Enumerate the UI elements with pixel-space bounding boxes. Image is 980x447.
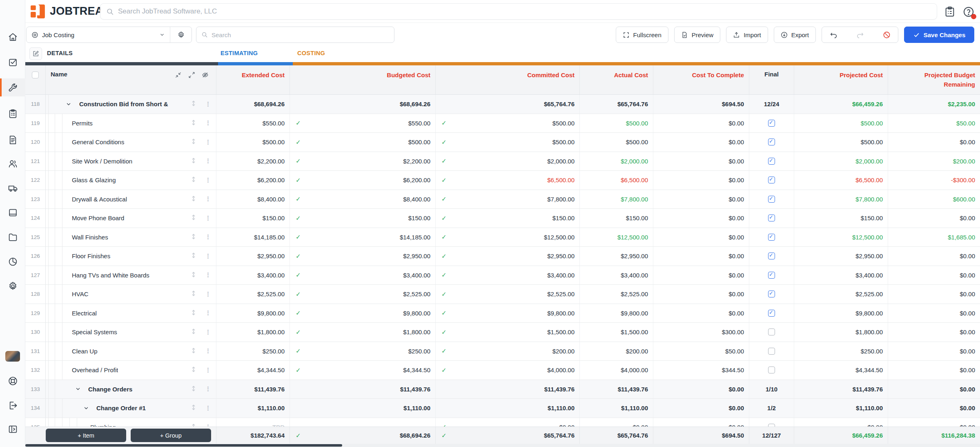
- cell-projected-budget-remaining[interactable]: $0.00: [888, 323, 980, 342]
- row-menu-kebab-icon[interactable]: ⋮: [205, 119, 211, 127]
- cell-cost-to-complete[interactable]: $344.50: [653, 361, 749, 380]
- final-checkbox-checked[interactable]: [768, 234, 775, 241]
- cell-actual-cost[interactable]: $1,500.00: [580, 323, 653, 342]
- cell-name[interactable]: Wall Finishes⋮: [46, 228, 216, 247]
- sidebar-item-users[interactable]: [0, 154, 25, 172]
- sidebar-item-panel[interactable]: [0, 420, 25, 438]
- drag-handle-icon[interactable]: [191, 347, 196, 355]
- cell-cost-to-complete[interactable]: $0.00: [653, 266, 749, 285]
- cell-cost-to-complete[interactable]: $694.50: [653, 95, 749, 114]
- cell-name[interactable]: Move Phone Board⋮: [46, 209, 216, 228]
- row-menu-kebab-icon[interactable]: ⋮: [205, 139, 211, 146]
- cell-extended-cost[interactable]: $9,800.00: [216, 304, 290, 323]
- cell-final[interactable]: [749, 323, 794, 342]
- help-icon[interactable]: [962, 5, 975, 18]
- cell-projected-cost[interactable]: $250.00: [794, 342, 888, 361]
- sidebar-item-wrench[interactable]: [0, 78, 25, 96]
- cell-actual-cost[interactable]: $65,764.76: [580, 95, 653, 114]
- final-checkbox[interactable]: [768, 329, 775, 335]
- drag-handle-icon[interactable]: [191, 100, 196, 108]
- final-checkbox-checked[interactable]: [768, 272, 775, 279]
- drag-handle-icon[interactable]: [191, 328, 196, 336]
- sidebar-item-folder[interactable]: [0, 228, 25, 246]
- cell-committed-cost[interactable]: $1,110.00: [436, 399, 580, 418]
- cell-budgeted-cost[interactable]: ✓$1,800.00: [290, 323, 436, 342]
- cell-actual-cost[interactable]: $4,000.00: [580, 361, 653, 380]
- cell-extended-cost[interactable]: $1,800.00: [216, 323, 290, 342]
- cell-cost-to-complete[interactable]: $300.00: [653, 323, 749, 342]
- row-menu-kebab-icon[interactable]: ⋮: [205, 177, 211, 184]
- cell-cost-to-complete[interactable]: $0.00: [653, 247, 749, 266]
- cell-cost-to-complete[interactable]: $0.00: [653, 114, 749, 133]
- row-menu-kebab-icon[interactable]: ⋮: [205, 329, 211, 336]
- tab-costing[interactable]: COSTING: [297, 50, 325, 56]
- cell-committed-cost[interactable]: ✓$1,500.00: [436, 323, 580, 342]
- drag-handle-icon[interactable]: [191, 195, 196, 203]
- tab-details[interactable]: DETAILS: [47, 50, 73, 56]
- fullscreen-button[interactable]: Fullscreen: [616, 27, 668, 43]
- cell-projected-cost[interactable]: $3,400.00: [794, 266, 888, 285]
- cell-budgeted-cost[interactable]: ✓$6,200.00: [290, 171, 436, 190]
- header-name[interactable]: Name: [46, 65, 216, 94]
- sidebar-item-clipboard[interactable]: [0, 105, 25, 123]
- select-all-checkbox[interactable]: [32, 72, 39, 78]
- row-menu-kebab-icon[interactable]: ⋮: [205, 309, 211, 317]
- header-projected-cost[interactable]: Projected Cost: [794, 65, 888, 94]
- horizontal-scrollbar[interactable]: [25, 444, 980, 447]
- cell-actual-cost[interactable]: $500.00: [580, 133, 653, 152]
- drag-handle-icon[interactable]: [191, 233, 196, 241]
- header-committed-cost[interactable]: Committed Cost: [436, 65, 580, 94]
- cell-extended-cost[interactable]: $4,344.50: [216, 361, 290, 380]
- collapse-chevron-icon[interactable]: [75, 386, 81, 392]
- cell-name[interactable]: Drywall & Acoustical⋮: [46, 190, 216, 209]
- cell-committed-cost[interactable]: ✓$150.00: [436, 209, 580, 228]
- cell-name[interactable]: Hang TVs and White Boards⋮: [46, 266, 216, 285]
- drag-handle-icon[interactable]: [191, 252, 196, 260]
- cell-cost-to-complete[interactable]: $0.00: [653, 228, 749, 247]
- cell-cost-to-complete[interactable]: $0.00: [653, 152, 749, 171]
- cell-committed-cost[interactable]: ✓$4,000.00: [436, 361, 580, 380]
- sidebar-item-truck[interactable]: [0, 179, 25, 197]
- row-menu-kebab-icon[interactable]: ⋮: [205, 233, 211, 241]
- cell-projected-budget-remaining[interactable]: $200.00: [888, 152, 980, 171]
- final-checkbox[interactable]: [768, 367, 775, 373]
- cell-projected-budget-remaining[interactable]: -$300.00: [888, 171, 980, 190]
- cell-projected-budget-remaining[interactable]: $0.00: [888, 209, 980, 228]
- jobtread-logo[interactable]: JOBTREAD: [30, 4, 111, 19]
- view-settings-button[interactable]: [170, 27, 192, 42]
- drag-handle-icon[interactable]: [191, 290, 196, 298]
- cell-projected-cost[interactable]: $7,800.00: [794, 190, 888, 209]
- cell-extended-cost[interactable]: $3,400.00: [216, 266, 290, 285]
- cell-projected-budget-remaining[interactable]: $0.00: [888, 247, 980, 266]
- import-button[interactable]: Import: [726, 27, 768, 43]
- cell-name[interactable]: Construction Bid from Short &⋮: [46, 95, 216, 114]
- row-menu-kebab-icon[interactable]: ⋮: [205, 271, 211, 279]
- cell-projected-cost[interactable]: $1,110.00: [794, 399, 888, 418]
- edit-layout-button[interactable]: [29, 47, 42, 60]
- cell-final[interactable]: 12/24: [749, 95, 794, 114]
- cell-actual-cost[interactable]: $150.00: [580, 209, 653, 228]
- cell-final[interactable]: [749, 247, 794, 266]
- add-group-button[interactable]: + Group: [131, 429, 211, 442]
- cell-actual-cost[interactable]: $2,950.00: [580, 247, 653, 266]
- cell-name[interactable]: Electrical⋮: [46, 304, 216, 323]
- header-final[interactable]: Final: [749, 65, 794, 94]
- cell-final[interactable]: [749, 114, 794, 133]
- cell-name[interactable]: Glass & Glazing⋮: [46, 171, 216, 190]
- cell-budgeted-cost[interactable]: ✓$550.00: [290, 114, 436, 133]
- collapse-chevron-icon[interactable]: [83, 405, 89, 411]
- row-menu-kebab-icon[interactable]: ⋮: [205, 385, 211, 393]
- cell-projected-cost[interactable]: $9,800.00: [794, 304, 888, 323]
- cell-final[interactable]: [749, 209, 794, 228]
- sidebar-item-avatar[interactable]: [0, 347, 25, 365]
- final-checkbox-checked[interactable]: [768, 120, 775, 127]
- cell-projected-cost[interactable]: $2,000.00: [794, 152, 888, 171]
- drag-handle-icon[interactable]: [191, 366, 196, 374]
- cell-actual-cost[interactable]: $9,800.00: [580, 304, 653, 323]
- cell-committed-cost[interactable]: ✓$2,950.00: [436, 247, 580, 266]
- header-cost-to-complete[interactable]: Cost To Complete: [653, 65, 749, 94]
- drag-handle-icon[interactable]: [191, 271, 196, 279]
- cell-committed-cost[interactable]: ✓$200.00: [436, 342, 580, 361]
- cell-extended-cost[interactable]: $2,200.00: [216, 152, 290, 171]
- global-search-input[interactable]: Search JobTread Software, LLC: [100, 3, 937, 20]
